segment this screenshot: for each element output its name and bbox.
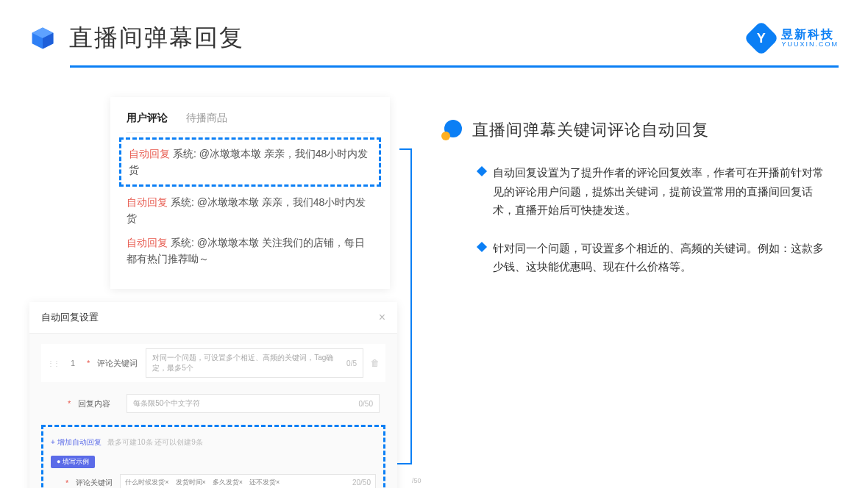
bullet-text: 自动回复设置为了提升作者的评论回复效率，作者可在开播前针对常见的评论用户问题，提…	[493, 163, 831, 220]
bullet-item: 自动回复设置为了提升作者的评论回复效率，作者可在开播前针对常见的评论用户问题，提…	[441, 163, 839, 220]
placeholder-text: 每条限50个中文字符	[133, 398, 200, 409]
section-title: 直播间弹幕关键词评论自动回复	[472, 119, 709, 141]
highlighted-comment: 自动回复 系统: @冰墩墩本墩 亲亲，我们48小时内发货	[119, 137, 381, 187]
brand: Y 昱新科技 YUUXIN.COM	[749, 26, 839, 51]
placeholder-text: 对同一个问题，可设置多个相近、高频的关键词，Tag确定，最多5个	[152, 353, 346, 373]
dot-icon	[441, 120, 462, 140]
comments-card: 用户评论 待播商品 自动回复 系统: @冰墩墩本墩 亲亲，我们48小时内发货 自…	[110, 97, 390, 289]
add-auto-reply-link[interactable]: + 增加自动回复 最多可建10条 还可以创建9条	[51, 438, 203, 446]
ex-tags: 什么时候发货× 发货时间× 多久发货× 还不发货×	[125, 478, 280, 487]
auto-reply-badge: 自动回复	[127, 237, 168, 248]
example-highlight: + 增加自动回复 最多可建10条 还可以创建9条 ● 填写示例 * 评论关键词 …	[41, 425, 385, 488]
trash-icon[interactable]: 🗑	[371, 358, 380, 368]
brand-sub: YUUXIN.COM	[781, 41, 839, 49]
add-link-tip: 最多可建10条 还可以创建9条	[107, 438, 202, 446]
tab-user-comments[interactable]: 用户评论	[127, 112, 168, 125]
required-icon: *	[65, 478, 68, 487]
brand-icon: Y	[744, 21, 779, 56]
diamond-icon	[477, 166, 487, 176]
ex-label-keyword: 评论关键词	[76, 478, 113, 488]
drag-handle-icon[interactable]: ⋮⋮	[47, 359, 59, 367]
comment-row: 自动回复 系统: @冰墩墩本墩 亲亲，我们48小时内发货	[129, 146, 371, 179]
example-badge: ● 填写示例	[51, 456, 95, 468]
example-row-keyword: * 评论关键词 什么时候发货× 发货时间× 多久发货× 还不发货× 20/50	[51, 474, 376, 488]
bullet-item: 针对同一个问题，可设置多个相近的、高频的关键词。例如：这款多少钱、这块能优惠吗、…	[441, 239, 839, 276]
required-icon: *	[68, 399, 71, 408]
row-index: 1	[66, 359, 79, 367]
stray-count: /50	[412, 477, 421, 484]
diamond-icon	[477, 241, 487, 251]
label-content: 回复内容	[78, 398, 119, 409]
settings-title: 自动回复设置	[41, 311, 99, 324]
char-count: 0/5	[346, 359, 357, 367]
page-header: 直播间弹幕回复 Y 昱新科技 YUUXIN.COM	[0, 0, 868, 54]
keyword-input[interactable]: 对同一个问题，可设置多个相近、高频的关键词，Tag确定，最多5个 0/5	[146, 348, 363, 378]
tab-pending-goods[interactable]: 待播商品	[186, 112, 227, 125]
label-keyword: 评论关键词	[97, 358, 138, 369]
settings-header: 自动回复设置 ×	[29, 302, 397, 334]
cube-icon	[29, 25, 56, 51]
content: 用户评论 待播商品 自动回复 系统: @冰墩墩本墩 亲亲，我们48小时内发货 自…	[0, 68, 868, 488]
right-column: 直播间弹幕关键词评论自动回复 自动回复设置为了提升作者的评论回复效率，作者可在开…	[441, 97, 839, 488]
form-row-keyword: ⋮⋮ 1 * 评论关键词 对同一个问题，可设置多个相近、高频的关键词，Tag确定…	[41, 344, 385, 382]
auto-reply-badge: 自动回复	[127, 196, 168, 208]
page-title: 直播间弹幕回复	[69, 22, 244, 54]
ex-keyword-input[interactable]: 什么时候发货× 发货时间× 多久发货× 还不发货× 20/50	[120, 474, 376, 488]
brand-text: 昱新科技 YUUXIN.COM	[781, 28, 839, 48]
content-input[interactable]: 每条限50个中文字符 0/50	[127, 394, 380, 413]
required-icon: *	[87, 359, 90, 367]
comment-row: 自动回复 系统: @冰墩墩本墩 关注我们的店铺，每日都有热门推荐呦～	[127, 234, 374, 268]
header-left: 直播间弹幕回复	[29, 22, 244, 54]
comment-row: 自动回复 系统: @冰墩墩本墩 亲亲，我们48小时内发货	[127, 194, 374, 227]
add-link-text: + 增加自动回复	[51, 438, 102, 446]
brand-name: 昱新科技	[781, 28, 839, 41]
settings-body: ⋮⋮ 1 * 评论关键词 对同一个问题，可设置多个相近、高频的关键词，Tag确定…	[29, 334, 397, 488]
bullet-text: 针对同一个问题，可设置多个相近的、高频的关键词。例如：这款多少钱、这块能优惠吗、…	[493, 239, 831, 276]
auto-reply-badge: 自动回复	[129, 148, 170, 159]
char-count: 20/50	[352, 478, 371, 487]
close-icon[interactable]: ×	[379, 311, 385, 324]
char-count: 0/50	[359, 400, 373, 408]
section-head: 直播间弹幕关键词评论自动回复	[441, 119, 839, 141]
left-column: 用户评论 待播商品 自动回复 系统: @冰墩墩本墩 亲亲，我们48小时内发货 自…	[29, 97, 419, 488]
form-row-content: * 回复内容 每条限50个中文字符 0/50	[41, 390, 385, 417]
tabs: 用户评论 待播商品	[127, 112, 374, 133]
settings-card: 自动回复设置 × ⋮⋮ 1 * 评论关键词 对同一个问题，可设置多个相近、高频的…	[29, 302, 397, 488]
